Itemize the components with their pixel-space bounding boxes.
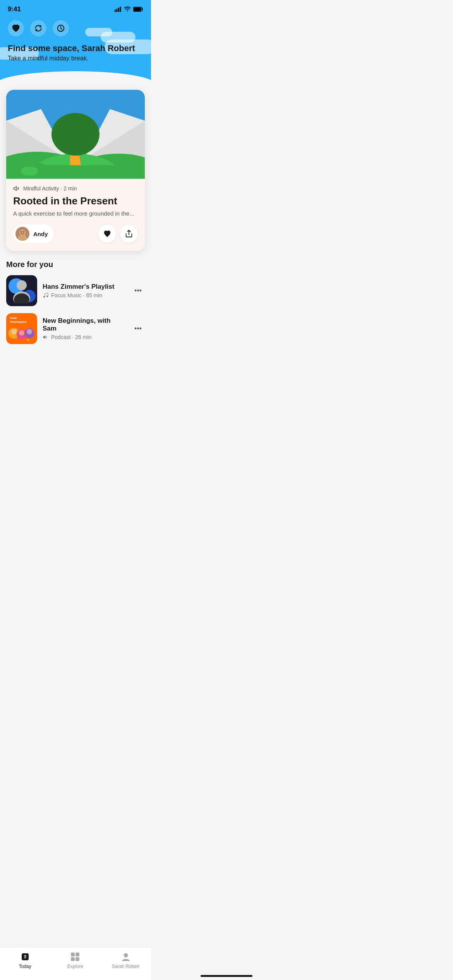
svg-rect-0 (115, 10, 116, 12)
wifi-icon (124, 7, 131, 12)
svg-point-19 (21, 166, 38, 176)
card-favorite-button[interactable] (98, 225, 116, 243)
more-options-button[interactable]: ••• (131, 284, 145, 298)
card-illustration (6, 90, 145, 179)
svg-point-26 (21, 231, 22, 233)
svg-point-27 (23, 231, 24, 233)
refresh-button[interactable] (30, 20, 46, 36)
svg-rect-5 (134, 7, 141, 11)
page-content: Mindful Activity · 2 min Rooted in the P… (0, 90, 151, 390)
card-share-button[interactable] (120, 225, 138, 243)
list-item[interactable]: Hans Zimmer's Playlist Focus Music · 85 … (6, 275, 145, 306)
author-avatar (15, 227, 29, 241)
list-item-meta: Podcast · 26 min (43, 334, 126, 340)
card-meta-text: Mindful Activity · 2 min (23, 185, 77, 192)
list-item-meta-text: Focus Music · 85 min (51, 292, 102, 298)
card-description: A quick exercise to feel more grounded i… (13, 210, 138, 217)
svg-point-38 (19, 330, 24, 336)
svg-point-29 (17, 280, 27, 290)
speaker-icon (13, 185, 20, 192)
favorite-button[interactable] (8, 20, 24, 36)
svg-rect-3 (120, 7, 121, 12)
music-note-icon (43, 292, 49, 298)
svg-point-17 (51, 113, 100, 156)
svg-point-32 (43, 296, 45, 298)
author-name: Andy (33, 231, 48, 237)
svg-point-37 (11, 329, 17, 334)
card-content: Mindful Activity · 2 min Rooted in the P… (6, 179, 145, 251)
svg-marker-41 (43, 336, 45, 339)
list-item-title: Hans Zimmer's Playlist (43, 283, 126, 291)
speaker-small-icon (43, 334, 49, 340)
clock-button[interactable] (53, 20, 69, 36)
status-icons (115, 7, 143, 12)
list-item-meta-text: Podcast · 26 min (51, 334, 91, 340)
list-item-meta: Focus Music · 85 min (43, 292, 126, 298)
list-item[interactable]: DearHeadspace ✦ (6, 313, 145, 344)
greeting-section: Find some space, Sarah Robert Take a min… (8, 43, 143, 62)
card-footer: Andy (13, 224, 138, 243)
dear-headspace-thumb: DearHeadspace ✦ (6, 313, 37, 344)
hans-zimmer-info: Hans Zimmer's Playlist Focus Music · 85 … (43, 283, 126, 298)
svg-text:✦: ✦ (27, 338, 29, 342)
svg-rect-2 (118, 8, 119, 12)
action-icons-row (8, 20, 143, 36)
signal-icon (115, 7, 122, 12)
svg-point-39 (27, 329, 32, 334)
card-actions (98, 225, 138, 243)
more-for-you-section: More for you Hans Zimmer's Playlist (0, 260, 151, 344)
svg-marker-20 (14, 187, 17, 191)
featured-card[interactable]: Mindful Activity · 2 min Rooted in the P… (6, 90, 145, 251)
card-author[interactable]: Andy (13, 224, 53, 243)
status-bar: 9:41 (0, 0, 151, 16)
status-time: 9:41 (8, 5, 21, 13)
svg-rect-1 (117, 9, 118, 12)
more-options-button[interactable]: ••• (131, 322, 145, 336)
list-item-title: New Beginnings, with Sam (43, 317, 126, 332)
card-title: Rooted in the Present (13, 195, 138, 207)
dear-headspace-info: New Beginnings, with Sam Podcast · 26 mi… (43, 317, 126, 340)
svg-point-33 (46, 296, 48, 297)
hans-zimmer-thumb (6, 275, 37, 306)
section-title: More for you (6, 260, 145, 269)
hero-area: Find some space, Sarah Robert Take a min… (0, 16, 151, 94)
card-meta: Mindful Activity · 2 min (13, 185, 138, 192)
battery-icon (133, 7, 143, 12)
greeting-subtitle: Take a mindful midday break. (8, 55, 143, 62)
greeting-title: Find some space, Sarah Robert (8, 43, 143, 53)
